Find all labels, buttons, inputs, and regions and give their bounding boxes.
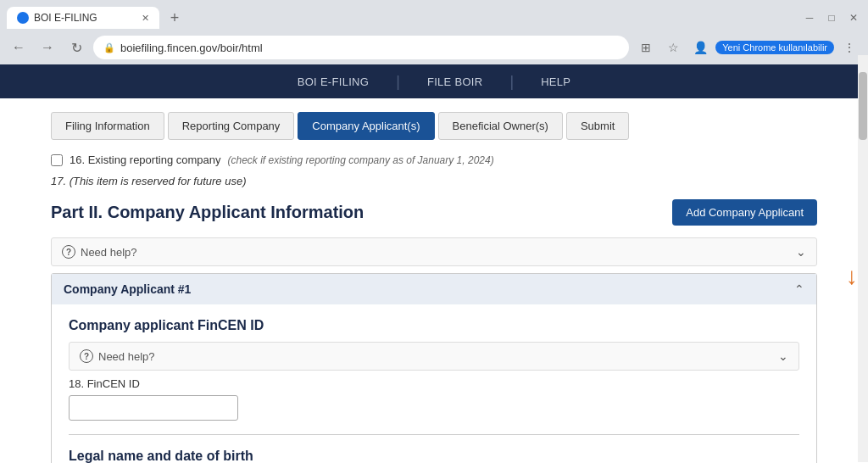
existing-reporting-company-label: 16. Existing reporting company: [70, 153, 220, 166]
reload-button[interactable]: ↻: [64, 36, 88, 59]
need-help-label-2: Need help?: [98, 350, 155, 363]
tab-bar: Filing Information Reporting Company Com…: [51, 112, 817, 140]
nav-file-boir[interactable]: FILE BOIR: [427, 75, 483, 88]
nav-separator-1: |: [396, 73, 400, 91]
address-url: boiefiling.fincen.gov/boir/html: [120, 42, 263, 54]
close-button[interactable]: ✕: [846, 10, 861, 25]
app-nav: BOI E-FILING | FILE BOIR | HELP: [0, 64, 868, 98]
bookmark-icon[interactable]: ☆: [661, 36, 685, 59]
need-help-label-1: Need help?: [81, 246, 137, 259]
profile-icon[interactable]: 👤: [688, 36, 712, 59]
translate-icon[interactable]: ⊞: [634, 36, 658, 59]
chevron-down-icon-1: ⌄: [796, 245, 806, 259]
section-divider: [69, 434, 799, 435]
new-tab-button[interactable]: +: [163, 6, 186, 30]
tab-beneficial-owners[interactable]: Beneficial Owner(s): [438, 112, 563, 140]
tab-reporting-company[interactable]: Reporting Company: [168, 112, 295, 140]
nav-boi-efiling[interactable]: BOI E-FILING: [298, 75, 370, 88]
tab-submit[interactable]: Submit: [566, 112, 629, 140]
chevron-down-icon-2: ⌄: [778, 349, 788, 363]
minimize-button[interactable]: ─: [802, 10, 817, 25]
tab-filing-information[interactable]: Filing Information: [51, 112, 164, 140]
favicon-icon: [17, 12, 29, 24]
need-help-bar-1[interactable]: ? Need help? ⌄: [51, 237, 817, 266]
chevron-up-icon: ⌃: [794, 282, 804, 296]
reserved-item-text: 17. (This item is reserved for future us…: [51, 175, 817, 187]
help-circle-icon-2: ?: [80, 349, 93, 363]
need-help-bar-2[interactable]: ? Need help? ⌄: [69, 342, 799, 371]
company-applicant-1-body: Company applicant FinCEN ID ? Need help?…: [52, 304, 816, 463]
maximize-button[interactable]: □: [824, 10, 839, 25]
company-applicant-1-accordion: Company Applicant #1 ⌃ Company applicant…: [51, 273, 817, 463]
company-applicant-1-title: Company Applicant #1: [64, 282, 191, 296]
part2-title: Part II. Company Applicant Information: [51, 203, 364, 222]
legal-name-section-title: Legal name and date of birth: [69, 449, 799, 463]
nav-help[interactable]: HELP: [541, 75, 570, 88]
close-tab-icon[interactable]: ✕: [142, 13, 149, 24]
fincen-section-title: Company applicant FinCEN ID: [69, 318, 799, 333]
fincen-id-label: 18. FinCEN ID: [69, 377, 799, 390]
fincen-id-group: 18. FinCEN ID: [69, 377, 799, 421]
existing-reporting-company-hint: (check if existing reporting company as …: [227, 154, 493, 166]
existing-reporting-company-checkbox[interactable]: [51, 154, 63, 166]
add-company-applicant-button[interactable]: Add Company Applicant: [672, 199, 817, 226]
tab-company-applicants[interactable]: Company Applicant(s): [298, 112, 434, 140]
existing-reporting-company-row: 16. Existing reporting company (check if…: [51, 153, 817, 166]
chrome-update-label[interactable]: Yeni Chrome kullanılabilir: [715, 41, 834, 54]
forward-button[interactable]: →: [36, 36, 59, 59]
part2-header: Part II. Company Applicant Information A…: [51, 199, 817, 226]
back-button[interactable]: ←: [7, 36, 31, 59]
main-content: Filing Information Reporting Company Com…: [0, 98, 868, 463]
tab-title: BOI E-FILING: [34, 12, 97, 24]
nav-separator-2: |: [509, 73, 514, 91]
fincen-id-input[interactable]: [69, 395, 238, 421]
lock-icon: 🔒: [103, 42, 115, 53]
scrollbar[interactable]: [858, 55, 868, 462]
company-applicant-1-header[interactable]: Company Applicant #1 ⌃: [52, 274, 816, 304]
scrollbar-thumb[interactable]: [859, 72, 867, 140]
help-circle-icon-1: ?: [62, 245, 75, 259]
